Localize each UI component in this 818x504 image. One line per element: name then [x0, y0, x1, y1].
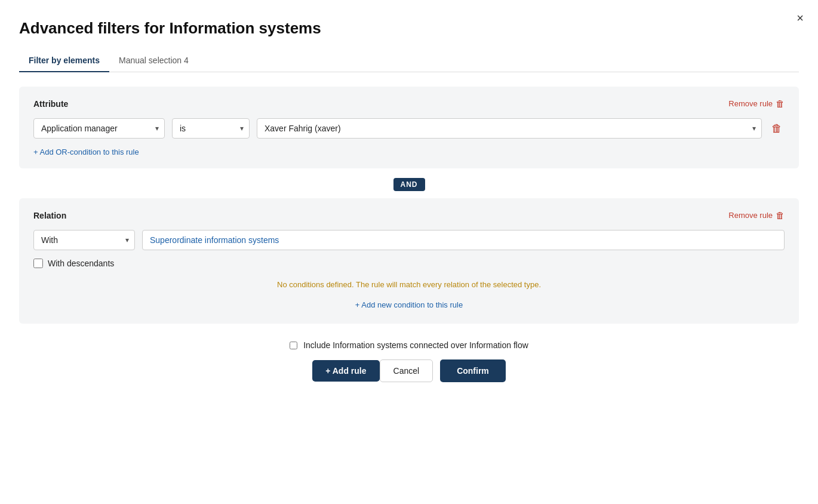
remove-rule-button-2[interactable]: Remove rule 🗑: [728, 210, 785, 220]
rule-block-relation: Relation Remove rule 🗑 With Without ▾ Su…: [19, 198, 799, 324]
rule-row-attribute: Application manager Owner Name Descripti…: [33, 118, 785, 139]
rule-label-attribute: Attribute: [33, 99, 68, 109]
add-condition-area: + Add new condition to this rule: [33, 300, 785, 309]
remove-rule-label-2: Remove rule: [728, 211, 773, 220]
and-separator: AND: [19, 178, 799, 191]
rule-header-relation: Relation Remove rule 🗑: [33, 210, 785, 220]
remove-rule-button-1[interactable]: Remove rule 🗑: [728, 99, 785, 109]
rule-label-relation: Relation: [33, 211, 66, 220]
tabs: Filter by elements Manual selection 4: [19, 50, 799, 72]
trash-icon-1: 🗑: [776, 99, 785, 109]
add-or-condition-area: + Add OR-condition to this rule: [33, 147, 785, 156]
delete-row-icon-1: 🗑: [771, 122, 782, 134]
rule-header-attribute: Attribute Remove rule 🗑: [33, 99, 785, 109]
include-info-flow-checkbox[interactable]: [290, 342, 297, 349]
relation-type-display: Superordinate information systems: [142, 230, 785, 250]
value-select-wrapper: Xaver Fahrig (xaver) Other User ▾: [257, 118, 762, 139]
with-select-wrapper: With Without ▾: [33, 230, 135, 250]
with-descendants-checkbox[interactable]: [33, 259, 43, 268]
confirm-button[interactable]: Confirm: [440, 359, 506, 382]
include-info-flow-label: Include Information systems connected ov…: [303, 340, 528, 350]
attribute-select-wrapper: Application manager Owner Name Descripti…: [33, 118, 165, 139]
tab-filter-by-elements[interactable]: Filter by elements: [19, 50, 109, 72]
operator-select-wrapper: is is not contains does not contain ▾: [172, 118, 250, 139]
with-select[interactable]: With Without: [33, 230, 135, 250]
add-rule-button[interactable]: + Add rule: [312, 360, 379, 382]
add-or-condition-button[interactable]: + Add OR-condition to this rule: [33, 147, 139, 156]
operator-select[interactable]: is is not contains does not contain: [172, 118, 250, 139]
no-conditions-message: No conditions defined. The rule will mat…: [33, 278, 785, 291]
with-descendants-row: With descendants: [33, 259, 785, 268]
with-descendants-label: With descendants: [48, 259, 114, 268]
modal-title: Advanced filters for Information systems: [19, 19, 799, 38]
add-condition-button[interactable]: + Add new condition to this rule: [355, 300, 463, 309]
rule-block-attribute: Attribute Remove rule 🗑 Application mana…: [19, 87, 799, 168]
trash-icon-2: 🗑: [776, 210, 785, 220]
bottom-section: Include Information systems connected ov…: [19, 340, 799, 382]
remove-rule-label-1: Remove rule: [728, 99, 773, 108]
cancel-button[interactable]: Cancel: [380, 359, 433, 382]
and-badge: AND: [393, 178, 425, 191]
relation-row: With Without ▾ Superordinate information…: [33, 230, 785, 250]
close-button[interactable]: ×: [797, 12, 804, 24]
modal: × Advanced filters for Information syste…: [0, 0, 818, 504]
tab-manual-selection[interactable]: Manual selection 4: [109, 50, 198, 72]
value-select[interactable]: Xaver Fahrig (xaver) Other User: [257, 118, 762, 139]
delete-row-button-1[interactable]: 🗑: [769, 120, 785, 137]
attribute-select[interactable]: Application manager Owner Name Descripti…: [33, 118, 165, 139]
